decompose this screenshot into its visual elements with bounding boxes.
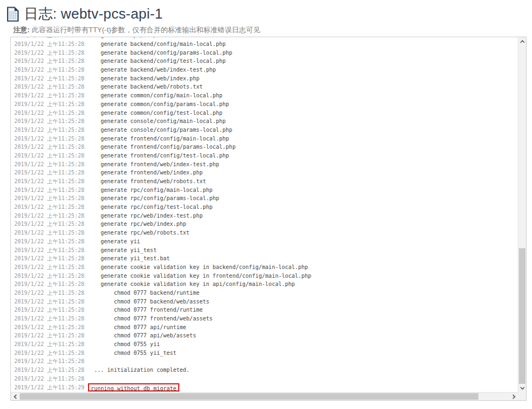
log-message: generate backend/config/main-local.php <box>91 40 226 49</box>
log-file-icon <box>7 7 19 22</box>
tty-note-label: 注意: <box>13 26 30 34</box>
log-message: generate rpc/web/index-test.php <box>91 212 203 220</box>
log-row: 2019/1/22 上午11:25:28 <box>14 357 518 366</box>
log-timestamp: 2019/1/22 上午11:25:28 <box>14 331 91 340</box>
log-timestamp: 2019/1/22 上午11:25:28 <box>14 91 91 100</box>
log-timestamp: 2019/1/22 上午11:25:28 <box>14 100 91 109</box>
tty-note-text: 此容器运行时带有TTY(-t)参数，仅有合并的标准输出和标准错误日志可见 <box>30 26 260 34</box>
page-header: 日志: webtv-pcs-api-1 注意: 此容器运行时带有TTY(-t)参… <box>0 0 532 35</box>
log-timestamp: 2019/1/22 上午11:25:28 <box>14 117 91 126</box>
log-message: generate common/config/test-local.php <box>91 109 223 118</box>
log-timestamp: 2019/1/22 上午11:25:28 <box>14 57 91 66</box>
log-message: generate backend/web/robots.txt <box>91 83 203 91</box>
log-timestamp: 2019/1/22 上午11:25:28 <box>14 357 91 366</box>
log-row: 2019/1/22 上午11:25:28 generate rpc/web/in… <box>14 212 518 220</box>
title-row: 日志: webtv-pcs-api-1 <box>7 4 532 24</box>
log-message: chmod 0755 yii <box>91 340 160 349</box>
log-message: generate frontend/config/test-local.php <box>91 151 229 160</box>
log-timestamp: 2019/1/22 上午11:25:28 <box>14 74 91 83</box>
log-timestamp: 2019/1/22 上午11:25:28 <box>14 151 91 160</box>
log-row: 2019/1/22 上午11:25:28 generate yii_test <box>14 246 518 255</box>
log-row: 2019/1/22 上午11:25:28 generate rpc/web/ro… <box>14 229 518 237</box>
vertical-scrollbar[interactable] <box>518 37 526 392</box>
log-timestamp: 2019/1/22 上午11:25:28 <box>14 306 91 314</box>
log-timestamp: 2019/1/22 上午11:25:28 <box>14 263 91 272</box>
log-timestamp: 2019/1/22 上午11:25:28 <box>14 212 91 220</box>
chevron-left-icon <box>14 394 17 399</box>
log-timestamp: 2019/1/22 上午11:25:28 <box>14 177 91 186</box>
log-timestamp: 2019/1/22 上午11:25:28 <box>14 366 91 375</box>
log-message: generate backend/web/index-test.php <box>91 66 216 74</box>
log-message: generate cookie validation key in fronte… <box>91 272 311 281</box>
log-row: 2019/1/22 上午11:25:28 generate rpc/config… <box>14 186 518 195</box>
horizontal-scroll-thumb[interactable] <box>20 393 478 400</box>
log-timestamp: 2019/1/22 上午11:25:28 <box>14 272 91 281</box>
log-row: 2019/1/22 上午11:25:28 generate api/web/ro… <box>14 37 518 40</box>
log-timestamp: 2019/1/22 上午11:25:28 <box>14 289 91 297</box>
log-row: 2019/1/22 上午11:25:28 generate backend/co… <box>14 57 518 66</box>
log-row: 2019/1/22 上午11:25:28 generate rpc/config… <box>14 203 518 212</box>
log-timestamp: 2019/1/22 上午11:25:28 <box>14 297 91 306</box>
log-timestamp: 2019/1/22 上午11:25:28 <box>14 194 91 203</box>
log-row: 2019/1/22 上午11:25:28 generate common/con… <box>14 100 518 109</box>
log-row: 2019/1/22 上午11:25:28 chmod 0777 frontend… <box>14 314 518 323</box>
log-row: 2019/1/22 上午11:25:28 generate frontend/w… <box>14 160 518 169</box>
log-timestamp: 2019/1/22 上午11:25:28 <box>14 237 91 246</box>
log-row: 2019/1/22 上午11:25:28 chmod 0777 backend/… <box>14 297 518 306</box>
log-panel: 2019/1/22 上午11:25:28 generate api/web/ro… <box>10 37 527 401</box>
log-row: 2019/1/22 上午11:25:28 chmod 0777 frontend… <box>14 306 518 314</box>
log-timestamp: 2019/1/22 上午11:25:29 <box>14 383 91 392</box>
log-message: generate console/config/params-local.php <box>91 126 232 135</box>
log-timestamp: 2019/1/22 上午11:25:28 <box>14 349 91 358</box>
log-timestamp: 2019/1/22 上午11:25:28 <box>14 40 91 49</box>
log-timestamp: 2019/1/22 上午11:25:28 <box>14 37 91 40</box>
log-timestamp: 2019/1/22 上午11:25:28 <box>14 323 91 332</box>
log-timestamp: 2019/1/22 上午11:25:28 <box>14 280 91 289</box>
log-row: 2019/1/22 上午11:25:28 generate frontend/c… <box>14 143 518 151</box>
log-row: 2019/1/22 上午11:25:28 generate frontend/w… <box>14 177 518 186</box>
log-row: 2019/1/22 上午11:25:28 generate backend/we… <box>14 74 518 83</box>
log-message: generate backend/config/params-local.php <box>91 49 232 57</box>
log-row: 2019/1/22 上午11:25:28 chmod 0755 yii <box>14 340 518 349</box>
log-row: 2019/1/22 上午11:25:28 <box>14 375 518 383</box>
chevron-up-icon <box>520 40 525 43</box>
log-row: 2019/1/22 上午11:25:28 generate common/con… <box>14 91 518 100</box>
log-message: chmod 0777 frontend/runtime <box>91 306 203 314</box>
log-row: 2019/1/22 上午11:25:28 chmod 0755 yii_test <box>14 349 518 358</box>
log-message: chmod 0755 yii_test <box>91 349 177 358</box>
scrollbar-corner <box>518 392 526 400</box>
log-timestamp: 2019/1/22 上午11:25:28 <box>14 168 91 177</box>
log-message: generate frontend/web/robots.txt <box>91 177 206 186</box>
scroll-right-button[interactable] <box>510 393 518 400</box>
log-timestamp: 2019/1/22 上午11:25:28 <box>14 375 91 383</box>
log-message: generate rpc/config/test-local.php <box>91 203 213 212</box>
log-timestamp: 2019/1/22 上午11:25:28 <box>14 49 91 57</box>
log-message: generate common/config/params-local.php <box>91 100 229 109</box>
scroll-down-button[interactable] <box>518 384 526 392</box>
log-row: 2019/1/22 上午11:25:28 generate yii_test.b… <box>14 254 518 263</box>
horizontal-scroll-track[interactable] <box>19 393 510 400</box>
log-message: generate cookie validation key in backen… <box>91 263 308 272</box>
log-message: generate frontend/config/params-local.ph… <box>91 143 236 151</box>
horizontal-scrollbar[interactable] <box>11 392 518 400</box>
scroll-up-button[interactable] <box>518 37 526 45</box>
log-message: generate rpc/config/main-local.php <box>91 186 213 195</box>
log-row: 2019/1/22 上午11:25:28 generate cookie val… <box>14 280 518 289</box>
log-viewport[interactable]: 2019/1/22 上午11:25:28 generate api/web/ro… <box>11 37 518 392</box>
highlighted-log-message: running without db migrate <box>88 383 179 392</box>
log-message: generate common/config/main-local.php <box>91 91 223 100</box>
vertical-scroll-track[interactable] <box>518 45 526 384</box>
log-timestamp: 2019/1/22 上午11:25:28 <box>14 186 91 195</box>
log-message: chmod 0777 backend/web/assets <box>91 297 209 306</box>
log-row: 2019/1/22 上午11:25:28 generate frontend/c… <box>14 151 518 160</box>
log-message: generate rpc/web/robots.txt <box>91 229 190 237</box>
scroll-left-button[interactable] <box>11 393 19 400</box>
log-timestamp: 2019/1/22 上午11:25:28 <box>14 135 91 143</box>
log-row: 2019/1/22 上午11:25:28 generate cookie val… <box>14 263 518 272</box>
log-row: 2019/1/22 上午11:25:28 generate cookie val… <box>14 272 518 281</box>
log-timestamp: 2019/1/22 上午11:25:28 <box>14 66 91 74</box>
vertical-scroll-thumb[interactable] <box>519 248 525 384</box>
log-message: chmod 0777 frontend/web/assets <box>91 314 213 323</box>
log-message: chmod 0777 api/web/assets <box>91 331 196 340</box>
log-timestamp: 2019/1/22 上午11:25:28 <box>14 246 91 255</box>
